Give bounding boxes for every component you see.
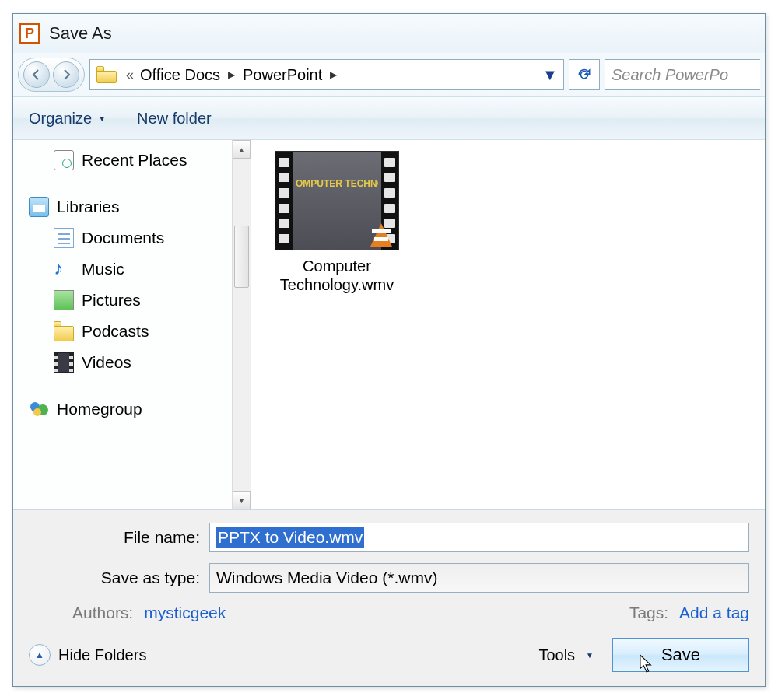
new-folder-button[interactable]: New folder xyxy=(137,110,212,128)
cursor-icon xyxy=(640,654,654,674)
tree-podcasts[interactable]: Podcasts xyxy=(13,316,251,347)
chevron-down-icon: ▼ xyxy=(586,651,594,660)
scroll-track[interactable] xyxy=(233,159,251,491)
file-name-input[interactable]: PPTX to Video.wmv xyxy=(209,523,749,552)
tags-label: Tags: xyxy=(629,604,668,622)
window-title: Save As xyxy=(49,23,112,44)
folder-tree: Recent Places Libraries Documents ♪ Musi… xyxy=(13,140,251,429)
hide-folders-button[interactable]: ▲ Hide Folders xyxy=(29,644,146,666)
arrow-left-icon xyxy=(30,68,43,81)
breadcrumb-office-docs[interactable]: Office Docs xyxy=(137,66,223,84)
chevron-down-icon: ▼ xyxy=(98,114,106,123)
tools-button[interactable]: Tools ▼ xyxy=(538,646,594,664)
refresh-button[interactable] xyxy=(569,59,600,90)
toolbar: Organize ▼ New folder xyxy=(13,96,765,140)
organize-button[interactable]: Organize ▼ xyxy=(29,110,106,128)
file-name-line1: Computer xyxy=(267,257,407,275)
tree-pictures[interactable]: Pictures xyxy=(13,285,251,316)
refresh-icon xyxy=(576,67,592,82)
save-as-type-value: Windows Media Video (*.wmv) xyxy=(216,569,437,587)
powerpoint-icon: P xyxy=(19,23,40,44)
authors-label: Authors: xyxy=(72,604,133,622)
save-button[interactable]: Save xyxy=(612,638,749,672)
search-placeholder: Search PowerPo xyxy=(612,66,728,84)
navigation-pane: Recent Places Libraries Documents ♪ Musi… xyxy=(13,140,251,509)
tree-music[interactable]: ♪ Music xyxy=(13,254,251,285)
file-name-line2: Technology.wmv xyxy=(267,275,407,294)
video-thumbnail: OMPUTER TECHNOLOG xyxy=(275,151,399,250)
footer: ▲ Hide Folders Tools ▼ Save xyxy=(13,632,765,686)
homegroup-icon xyxy=(29,399,49,419)
svg-point-2 xyxy=(33,408,41,416)
vlc-cone-icon xyxy=(370,223,392,247)
scroll-thumb[interactable] xyxy=(234,226,249,288)
arrow-right-icon xyxy=(60,68,72,81)
file-list[interactable]: OMPUTER TECHNOLOG Computer Technology.wm… xyxy=(251,140,765,509)
address-dropdown-icon[interactable]: ▼ xyxy=(540,66,560,84)
save-as-dialog: P Save As « Office Docs ▶ PowerPoint ▶ ▼ xyxy=(12,13,766,687)
back-button[interactable] xyxy=(23,61,50,88)
chevron-up-icon: ▲ xyxy=(29,644,51,666)
save-as-type-dropdown[interactable]: Windows Media Video (*.wmv) xyxy=(209,563,749,593)
file-name-label: File name: xyxy=(29,528,209,547)
libraries-icon xyxy=(29,197,49,217)
crumb-prefix: « xyxy=(123,67,137,83)
nav-buttons xyxy=(18,58,85,92)
tree-videos[interactable]: Videos xyxy=(13,347,251,378)
chevron-right-icon[interactable]: ▶ xyxy=(223,69,240,80)
scroll-down-icon[interactable]: ▼ xyxy=(233,491,251,509)
tree-recent-places[interactable]: Recent Places xyxy=(13,145,251,176)
save-as-type-label: Save as type: xyxy=(29,569,209,587)
tree-homegroup[interactable]: Homegroup xyxy=(13,394,251,425)
titlebar: P Save As xyxy=(13,14,765,53)
bottom-panel: File name: PPTX to Video.wmv Save as typ… xyxy=(13,510,765,632)
videos-icon xyxy=(54,352,74,373)
folder-icon xyxy=(54,321,74,341)
address-bar[interactable]: « Office Docs ▶ PowerPoint ▶ ▼ xyxy=(89,59,564,90)
search-input[interactable]: Search PowerPo xyxy=(605,59,760,90)
document-icon xyxy=(54,228,74,248)
nav-scrollbar[interactable]: ▲ ▼ xyxy=(232,140,251,509)
breadcrumb-powerpoint[interactable]: PowerPoint xyxy=(240,66,325,84)
file-item[interactable]: OMPUTER TECHNOLOG Computer Technology.wm… xyxy=(267,151,407,294)
authors-value[interactable]: mysticgeek xyxy=(144,604,226,622)
chevron-right-icon[interactable]: ▶ xyxy=(325,69,342,80)
music-icon: ♪ xyxy=(54,259,74,279)
tags-value[interactable]: Add a tag xyxy=(679,604,749,622)
file-name-value: PPTX to Video.wmv xyxy=(216,527,364,548)
forward-button[interactable] xyxy=(53,61,79,88)
scroll-up-icon[interactable]: ▲ xyxy=(233,140,251,159)
tree-libraries[interactable]: Libraries xyxy=(13,191,251,222)
tree-documents[interactable]: Documents xyxy=(13,222,251,254)
dialog-body: Recent Places Libraries Documents ♪ Musi… xyxy=(13,140,765,510)
nav-row: « Office Docs ▶ PowerPoint ▶ ▼ Search Po… xyxy=(13,53,765,96)
folder-icon xyxy=(96,66,117,83)
recent-places-icon xyxy=(54,150,74,170)
pictures-icon xyxy=(54,290,74,310)
